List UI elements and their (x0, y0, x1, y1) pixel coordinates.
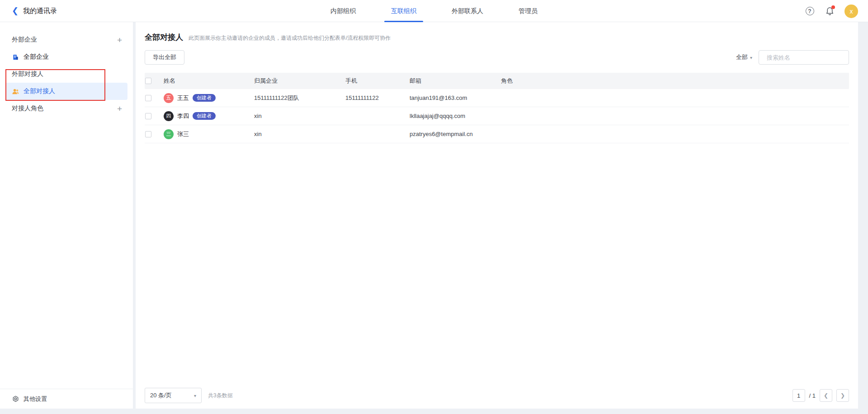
page-title: 我的通讯录 (23, 7, 57, 15)
tab-external-contacts[interactable]: 外部联系人 (452, 0, 483, 22)
search-box (759, 50, 849, 65)
sidebar-group-external-company: 外部企业 + (0, 31, 133, 48)
contact-email: lkllaajajaj@qqqq.com (410, 113, 501, 119)
sidebar-group-contact-role: 对接人角色 + (0, 100, 133, 117)
sidebar-group-external-contact: 外部对接人 (0, 66, 133, 83)
toolbar: 导出全部 全部 ▾ (145, 50, 849, 65)
group-label: 外部企业 (12, 36, 37, 44)
app-header: ❮ 我的通讯录 内部组织 互联组织 外部联系人 管理员 ? x (0, 0, 868, 22)
creator-badge: 创建者 (193, 112, 216, 120)
tab-internal-org[interactable]: 内部组织 (330, 0, 356, 22)
chevron-down-icon: ▾ (750, 55, 752, 60)
column-header-name: 姓名 (164, 77, 254, 85)
content-title: 全部对接人 (145, 32, 183, 42)
total-count-label: 共3条数据 (208, 392, 233, 400)
help-icon[interactable]: ? (805, 6, 815, 16)
contact-phone: 15111111122 (345, 94, 410, 101)
avatar: 四 (164, 111, 174, 121)
content-subtitle: 此页面展示你主动邀请的企业的成员，邀请成功后给他们分配表单/流程权限即可协作 (189, 34, 391, 42)
pagination: / 1 ❮ ❯ (793, 389, 849, 402)
page-size-value: 20 条/页 (150, 391, 172, 400)
contact-name: 王五 (177, 94, 189, 102)
sidebar: 外部企业 + 全部企业 外部对接人 (0, 22, 133, 409)
notification-bell-icon[interactable] (825, 6, 835, 16)
group-label: 外部对接人 (12, 70, 43, 78)
sidebar-item-label: 全部企业 (24, 53, 49, 61)
search-input[interactable] (767, 54, 846, 61)
group-label: 对接人角色 (12, 104, 43, 113)
table-footer: 20 条/页 ▾ 共3条数据 / 1 ❮ ❯ (145, 382, 849, 409)
contact-company: xin (254, 131, 345, 137)
back-button[interactable]: ❮ 我的通讯录 (0, 7, 57, 15)
column-header-email: 邮箱 (410, 77, 501, 85)
header-actions: ? x (805, 0, 858, 22)
contact-company: 15111111122团队 (254, 94, 345, 102)
export-all-button[interactable]: 导出全部 (145, 50, 184, 65)
contact-email: tanjuan191@163.com (410, 94, 501, 101)
column-header-company: 归属企业 (254, 77, 345, 85)
contact-name: 张三 (177, 130, 189, 138)
table-row[interactable]: 四 李四 创建者 xin lkllaajajaj@qqqq.com (145, 107, 849, 125)
page-total-label: / 1 (809, 392, 816, 399)
contact-name: 李四 (177, 112, 189, 120)
contact-company: xin (254, 113, 345, 119)
filter-value: 全部 (736, 53, 748, 61)
notification-badge (831, 5, 835, 9)
tab-admins[interactable]: 管理员 (519, 0, 538, 22)
creator-badge: 创建者 (193, 94, 216, 102)
sidebar-footer-label: 其他设置 (24, 395, 47, 403)
page-size-select[interactable]: 20 条/页 ▾ (145, 388, 202, 403)
table-row[interactable]: 五 王五 创建者 15111111122团队 15111111122 tanju… (145, 89, 849, 107)
prev-page-button[interactable]: ❮ (820, 389, 832, 402)
next-page-button[interactable]: ❯ (836, 389, 849, 402)
table-header-row: 姓名 归属企业 手机 邮箱 角色 (145, 73, 849, 89)
column-header-phone: 手机 (345, 77, 410, 85)
contact-email: pzatryes6@tempmail.cn (410, 131, 501, 137)
main-content: 全部对接人 此页面展示你主动邀请的企业的成员，邀请成功后给他们分配表单/流程权限… (136, 22, 858, 409)
avatar: 三 (164, 129, 174, 139)
chevron-left-icon: ❮ (12, 7, 19, 15)
user-avatar[interactable]: x (844, 5, 858, 18)
sidebar-item-all-companies[interactable]: 全部企业 (5, 48, 127, 66)
sidebar-item-other-settings[interactable]: 其他设置 (0, 389, 133, 409)
people-icon (12, 88, 19, 95)
add-external-company-icon[interactable]: + (117, 36, 122, 44)
contacts-table: 姓名 归属企业 手机 邮箱 角色 五 王五 创建者 15111111122团队 … (145, 73, 849, 143)
tab-interconnected-org[interactable]: 互联组织 (391, 0, 416, 22)
row-checkbox[interactable] (145, 95, 151, 101)
filter-dropdown[interactable]: 全部 ▾ (736, 53, 752, 61)
sidebar-item-label: 全部对接人 (24, 87, 55, 95)
row-checkbox[interactable] (145, 113, 151, 119)
page-number-input[interactable] (793, 389, 805, 402)
top-tabs: 内部组织 互联组织 外部联系人 管理员 (330, 0, 538, 22)
building-icon (12, 53, 19, 61)
chevron-down-icon: ▾ (194, 393, 196, 398)
gear-icon (12, 395, 19, 403)
avatar: 五 (164, 93, 174, 103)
add-contact-role-icon[interactable]: + (117, 104, 122, 113)
column-header-role: 角色 (501, 77, 849, 85)
sidebar-item-all-contacts[interactable]: 全部对接人 (5, 83, 127, 100)
row-checkbox[interactable] (145, 131, 151, 137)
select-all-checkbox[interactable] (145, 78, 151, 84)
table-row[interactable]: 三 张三 xin pzatryes6@tempmail.cn (145, 125, 849, 143)
